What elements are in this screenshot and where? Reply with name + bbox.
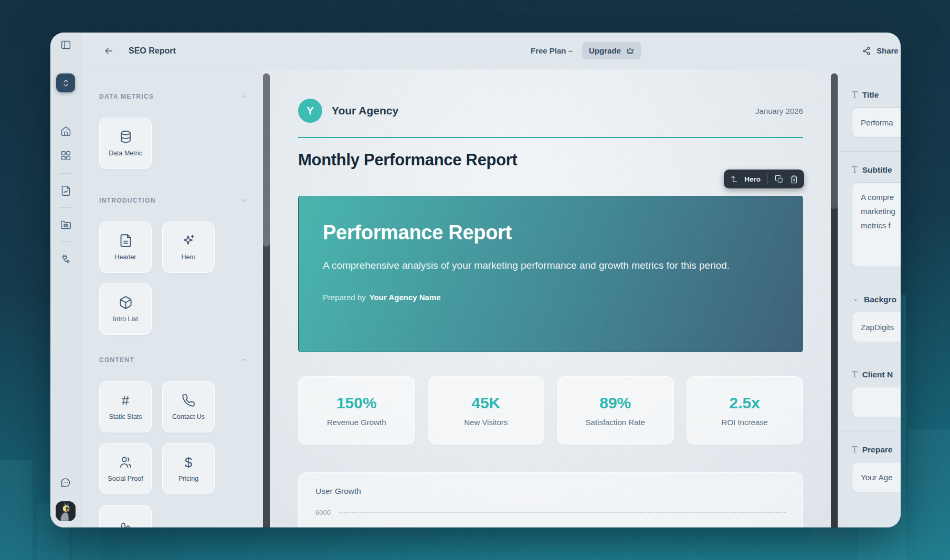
report-page: Y Your Agency January 2026 Monthly Perfo… [270, 69, 831, 527]
component-label: Header [115, 253, 136, 261]
block-selector-button[interactable] [56, 73, 75, 92]
back-button[interactable] [102, 45, 115, 57]
component-static-stats[interactable]: # Static Stats [99, 381, 152, 432]
plan-group: Free Plan – Upgrade [531, 42, 641, 59]
component-data-metric[interactable]: Data Metric [99, 118, 152, 169]
text-icon: T [852, 371, 858, 379]
header-divider [298, 137, 803, 138]
prepared-by-name: Your Agency Name [370, 293, 441, 302]
prepared-by-input[interactable]: Your Age [852, 462, 901, 492]
panel-toggle-button[interactable] [56, 35, 75, 54]
section-label: CONTENT [99, 356, 134, 364]
field-label-text: Client N [862, 370, 893, 379]
field-divider [840, 431, 901, 431]
share-button[interactable]: Share [862, 46, 899, 56]
icon-rail [50, 33, 81, 527]
stat-card[interactable]: 150% Revenue Growth [298, 376, 415, 445]
stats-row: 150% Revenue Growth 45K New Visitors 89%… [298, 376, 803, 445]
scrollbar-thumb[interactable] [831, 73, 838, 209]
document-title[interactable]: Monthly Performance Report [298, 151, 803, 170]
select-parent-button[interactable] [730, 175, 738, 184]
stat-value: 150% [336, 394, 377, 412]
users-icon [119, 455, 133, 469]
component-header[interactable]: Header [99, 221, 152, 273]
subtitle-textarea[interactable]: A compre marketing metrics f [852, 182, 901, 267]
chevrons-up-down-icon [61, 79, 70, 88]
section-label: INTRODUCTION [99, 197, 156, 204]
cube-icon [119, 295, 133, 310]
rail-dashboard-button[interactable] [56, 146, 75, 165]
component-contact-us[interactable]: Contact Us [162, 381, 215, 432]
stat-card[interactable]: 45K New Visitors [428, 376, 545, 445]
stat-card[interactable]: 89% Satisfaction Rate [557, 376, 674, 445]
select-parent-icon [730, 175, 738, 184]
chevron-up-icon [240, 356, 247, 364]
user-avatar[interactable] [56, 501, 76, 521]
field-label-text: Subtitle [862, 165, 892, 175]
database-icon [119, 130, 133, 144]
section-header-data-metrics[interactable]: DATA METRICS [99, 92, 247, 101]
component-library: DATA METRICS Data Metric INTRODUCTION He… [81, 69, 262, 527]
field-label-text: Backgro [864, 295, 896, 304]
component-label: Social Proof [108, 475, 143, 482]
component-hero[interactable]: Hero [162, 221, 215, 273]
component-label: Static Stats [109, 413, 142, 420]
component-social-proof[interactable]: Social Proof [99, 443, 152, 494]
component-pricing[interactable]: $ Pricing [162, 443, 215, 494]
field-label-background[interactable]: Backgro [852, 295, 901, 304]
avatar-image [56, 501, 76, 521]
duplicate-button[interactable] [775, 175, 784, 184]
backdrop-bar [0, 460, 33, 560]
section-label: DATA METRICS [99, 93, 154, 100]
canvas-scrollbar-right[interactable] [831, 73, 838, 527]
crown-icon [626, 46, 635, 55]
axis-tick: 6000 [315, 509, 331, 516]
field-label-title: T Title [852, 90, 901, 100]
field-label-client-name: T Client N [852, 370, 901, 379]
scrollbar-thumb[interactable] [263, 73, 270, 247]
user-growth-chart-block[interactable]: User Growth 6000 [298, 472, 803, 527]
component-intro-list[interactable]: Intro List [99, 283, 152, 335]
component-partial[interactable] [99, 505, 152, 527]
rail-media-button[interactable] [56, 215, 75, 234]
arrow-left-icon [103, 46, 114, 56]
prepared-by-label: Prepared by [323, 293, 366, 302]
delete-button[interactable] [789, 175, 798, 184]
selection-toolbar: Hero [724, 170, 804, 188]
dollar-icon: $ [185, 456, 192, 469]
hash-icon: # [122, 394, 129, 407]
component-label: Data Metric [109, 150, 142, 157]
app-window: SEO Report Free Plan – Upgrade Share DAT… [50, 33, 901, 527]
field-divider [840, 356, 901, 356]
rail-integrations-button[interactable] [56, 249, 75, 268]
rail-reports-button[interactable] [56, 181, 75, 200]
brand-avatar: Y [298, 99, 322, 123]
chevron-down-icon [852, 296, 859, 303]
stat-value: 45K [471, 394, 500, 412]
hero-block[interactable]: Performance Report A comprehensive analy… [298, 196, 803, 352]
upgrade-label: Upgrade [589, 46, 621, 55]
duplicate-icon [775, 175, 784, 184]
report-file-icon [60, 185, 71, 196]
rail-chat-button[interactable] [56, 473, 75, 492]
stat-value: 89% [599, 394, 631, 412]
hero-block-wrapper: Hero Performance Report A comprehensive … [298, 196, 803, 352]
section-header-introduction[interactable]: INTRODUCTION [99, 196, 247, 205]
upgrade-button[interactable]: Upgrade [582, 42, 641, 59]
canvas-scrollbar-left[interactable] [263, 73, 270, 527]
stat-card[interactable]: 2.5x ROI Increase [687, 376, 804, 445]
rail-home-button[interactable] [56, 122, 75, 141]
selected-block-label: Hero [744, 175, 761, 183]
stat-label: Satisfaction Rate [586, 418, 645, 427]
title-input[interactable]: Performa [852, 107, 901, 138]
toolbar-divider [767, 174, 768, 184]
chevron-up-icon [240, 93, 247, 100]
document-header[interactable]: Y Your Agency January 2026 [298, 99, 803, 123]
background-input[interactable]: ZapDigits [852, 312, 901, 342]
client-name-input[interactable] [852, 387, 901, 417]
share-label: Share [877, 46, 899, 55]
section-header-content[interactable]: CONTENT [99, 356, 247, 364]
chart-title: User Growth [315, 487, 786, 496]
delete-icon [789, 175, 798, 184]
text-icon: T [852, 166, 858, 174]
